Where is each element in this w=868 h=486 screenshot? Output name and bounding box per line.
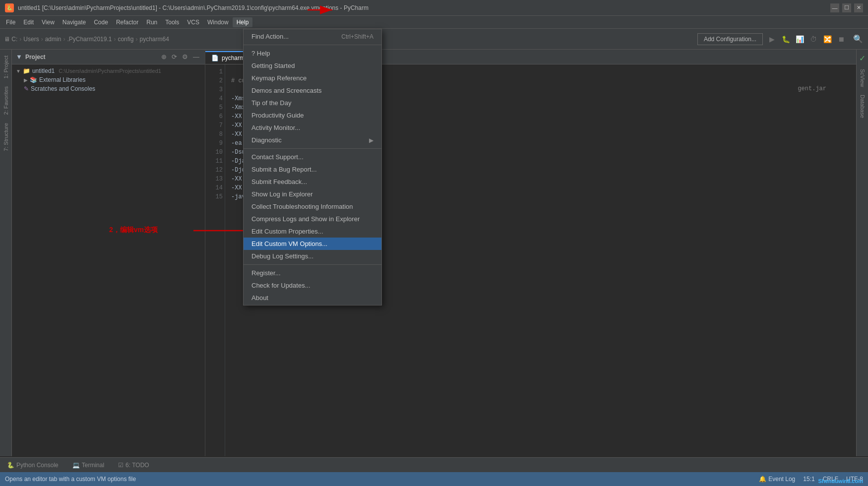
sidebar-tab-database[interactable]: Database — [858, 91, 868, 122]
menu-show-log[interactable]: Show Log in Explorer — [244, 188, 381, 200]
edit-custom-vm-label: Edit Custom VM Options... — [251, 240, 327, 247]
submit-bug-label: Submit a Bug Report... — [251, 166, 317, 173]
event-log-button[interactable]: 🔔 Event Log — [759, 476, 795, 483]
menu-code[interactable]: Code — [90, 17, 112, 27]
menu-file[interactable]: File — [2, 17, 19, 27]
sidebar-tab-scview[interactable]: SсView — [858, 65, 868, 91]
menu-submit-bug[interactable]: Submit a Bug Report... — [244, 163, 381, 176]
todo-button[interactable]: ☑ 6: TODO — [115, 461, 152, 470]
menu-getting-started[interactable]: Getting Started — [244, 60, 381, 72]
project-tool-gear[interactable]: ⚙ — [181, 53, 189, 61]
stop-icon[interactable]: ⏹ — [835, 33, 847, 45]
menu-register[interactable]: Register... — [244, 267, 381, 279]
profile-icon[interactable]: ⏱ — [807, 33, 819, 45]
menu-productivity-guide[interactable]: Productivity Guide — [244, 109, 381, 122]
tree-item-external-libs[interactable]: ▶ 📚 External Libraries — [12, 75, 205, 84]
library-icon: 📚 — [30, 76, 37, 83]
sidebar-tab-2[interactable]: 2: Favorites — [1, 82, 11, 119]
menu-submit-feedback[interactable]: Submit Feedback... — [244, 176, 381, 188]
tree-path-untitled1: C:\Users\admin\PycharmProjects\untitled1 — [59, 68, 161, 74]
project-tree: ▼ 📁 untitled1 C:\Users\admin\PycharmProj… — [12, 64, 205, 456]
show-log-label: Show Log in Explorer — [251, 190, 313, 198]
menu-bar: File Edit View Navigate Code Refactor Ru… — [0, 16, 868, 29]
menu-refactor[interactable]: Refactor — [112, 17, 142, 27]
tree-item-untitled1[interactable]: ▼ 📁 untitled1 C:\Users\admin\PycharmProj… — [12, 66, 205, 75]
menu-navigate[interactable]: Navigate — [59, 17, 90, 27]
menu-window[interactable]: Window — [203, 17, 233, 27]
status-right: 🔔 Event Log 15:1 CRLF UTF-8 Shenduwin8.c… — [759, 476, 863, 483]
coverage-icon[interactable]: 📊 — [794, 33, 806, 45]
terminal-icon: 💻 — [72, 462, 80, 469]
menu-activity-monitor[interactable]: Activity Monitor... — [244, 122, 381, 134]
add-configuration-button[interactable]: Add Configuration... — [697, 33, 763, 45]
todo-icon: ☑ — [118, 462, 124, 469]
menu-tools[interactable]: Tools — [161, 17, 183, 27]
menu-edit-custom-props[interactable]: Edit Custom Properties... — [244, 225, 381, 238]
tree-label-external-libs: External Libraries — [39, 76, 85, 83]
run-icon[interactable]: ▶ — [766, 33, 778, 45]
menu-divider-1 — [244, 45, 381, 45]
menu-demos-screencasts[interactable]: Demos and Screencasts — [244, 84, 381, 97]
menu-tip-of-day[interactable]: Tip of the Day — [244, 97, 381, 109]
project-tools: ⊕ ⟳ ⚙ — — [160, 53, 201, 61]
search-icon[interactable]: 🔍 — [852, 33, 864, 45]
main-layout: 1: Project 2: Favorites 7: Structure ▼ P… — [0, 50, 868, 456]
editor-right-text: gent.jar — [798, 85, 826, 92]
left-side-tabs: 1: Project 2: Favorites 7: Structure — [0, 50, 12, 456]
diagnostic-arrow-icon: ▶ — [369, 137, 373, 144]
maximize-button[interactable]: ☐ — [842, 3, 851, 12]
sidebar-tab-1[interactable]: 1: Project — [1, 52, 11, 82]
terminal-button[interactable]: 💻 Terminal — [69, 461, 107, 470]
event-log-icon: 🔔 — [759, 476, 766, 483]
close-button[interactable]: ✕ — [854, 3, 863, 12]
menu-help[interactable]: Help — [233, 17, 253, 27]
menu-view[interactable]: View — [38, 17, 59, 27]
debug-log-settings-label: Debug Log Settings... — [251, 252, 313, 260]
menu-help-item[interactable]: ? Help — [244, 47, 381, 60]
menu-compress-logs[interactable]: Compress Logs and Show in Explorer — [244, 213, 381, 225]
sidebar-tab-3[interactable]: 7: Structure — [1, 119, 11, 155]
event-log-label: Event Log — [768, 476, 795, 483]
tip-of-day-label: Tip of the Day — [251, 99, 291, 107]
annotation-2-text: 2，编辑vm选项 — [109, 226, 158, 234]
pycharm-icon: 🐍 — [5, 3, 14, 12]
breadcrumb-drive: 🖥 C: — [4, 36, 17, 43]
menu-vcs[interactable]: VCS — [183, 17, 203, 27]
menu-collect-troubleshooting[interactable]: Collect Troubleshooting Information — [244, 200, 381, 213]
menu-divider-3 — [244, 264, 381, 265]
collect-troubleshooting-label: Collect Troubleshooting Information — [251, 203, 353, 210]
menu-contact-support[interactable]: Contact Support... — [244, 151, 381, 163]
project-tool-minimize[interactable]: — — [191, 53, 201, 61]
edit-custom-props-label: Edit Custom Properties... — [251, 228, 323, 235]
right-checkmark: ✓ — [857, 52, 868, 65]
status-bar: Opens an editor tab with a custom VM opt… — [0, 472, 868, 486]
menu-edit-custom-vm[interactable]: Edit Custom VM Options... — [244, 238, 381, 250]
menu-run[interactable]: Run — [142, 17, 161, 27]
contact-support-label: Contact Support... — [251, 153, 304, 161]
menu-diagnostic[interactable]: Diagnostic ▶ — [244, 134, 381, 146]
project-tool-sync[interactable]: ⟳ — [170, 53, 179, 61]
menu-find-action[interactable]: Find Action... Ctrl+Shift+A — [244, 30, 381, 43]
tree-item-scratches[interactable]: ✎ Scratches and Consoles — [12, 84, 205, 93]
debug-icon[interactable]: 🐛 — [780, 33, 792, 45]
check-updates-label: Check for Updates... — [251, 282, 310, 289]
concurrency-icon[interactable]: 🔀 — [821, 33, 833, 45]
menu-edit[interactable]: Edit — [19, 17, 38, 27]
python-console-icon: 🐍 — [7, 462, 14, 469]
productivity-guide-label: Productivity Guide — [251, 112, 304, 119]
minimize-button[interactable]: — — [830, 3, 839, 12]
project-tool-add[interactable]: ⊕ — [160, 53, 168, 61]
menu-about[interactable]: About — [244, 292, 381, 304]
annotation-2-container: 2，编辑vm选项 — [109, 226, 158, 235]
register-label: Register... — [251, 269, 281, 277]
check-icon: ✓ — [859, 54, 866, 62]
annotation-1-text: 1 — [293, 0, 298, 0]
toolbar: 🖥 C: › Users › admin › .PyCharm2019.1 › … — [0, 29, 868, 50]
menu-debug-log-settings[interactable]: Debug Log Settings... — [244, 250, 381, 262]
menu-check-updates[interactable]: Check for Updates... — [244, 279, 381, 292]
python-console-button[interactable]: 🐍 Python Console — [4, 461, 62, 470]
project-dropdown-arrow[interactable]: ▼ — [16, 53, 22, 61]
menu-keymap-reference[interactable]: Keymap Reference — [244, 72, 381, 84]
about-label: About — [251, 294, 268, 302]
terminal-label: Terminal — [82, 462, 104, 469]
